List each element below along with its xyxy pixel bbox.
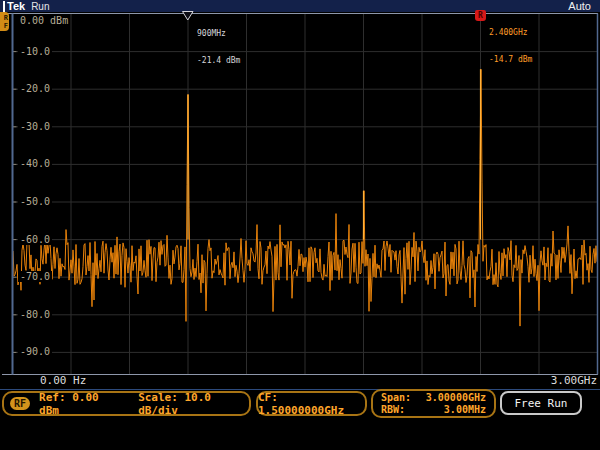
rbw-value: 3.00MHz [444,404,486,416]
freq-start-label: 0.00 Hz [40,375,86,387]
rf-channel-badge: RF [10,397,30,410]
ref-scale-readout[interactable]: RF Ref: 0.00 dBm Scale: 10.0 dB/div [2,391,251,416]
amp-label-10: -10.0 [18,46,52,57]
spectrum-analyzer-screen: Tek Run Auto R F 0.00 dBm -10.0 -20.0 -3… [0,0,600,450]
reference-marker-icon: R [475,10,486,21]
marker-900mhz-amp: -21.4 dBm [197,56,240,65]
scale-readout: Scale: 10.0 dB/div [138,391,249,417]
amp-label-0: 0.00 dBm [18,15,70,26]
marker-ref-amp: -14.7 dBm [489,55,532,64]
rf-trace-handle-bottom: F [4,22,8,30]
freq-stop-label: 3.00GHz [551,375,597,387]
amp-label-90: -90.0 [18,346,52,357]
marker-triangle-icon [182,11,194,21]
marker-ref-freq: 2.400GHz [489,28,532,37]
amp-label-40: -40.0 [18,158,52,169]
amp-label-50: -50.0 [18,196,52,207]
amp-label-60: -60.0 [18,234,52,245]
ref-level-readout: Ref: 0.00 dBm [39,391,119,417]
marker-reference: R 2.400GHz -14.7 dBm [475,10,532,82]
amp-label-30: -30.0 [18,121,52,132]
amp-label-20: -20.0 [18,83,52,94]
amp-label-80: -80.0 [18,309,52,320]
center-frequency-readout[interactable]: CF: 1.50000000GHz [256,391,367,416]
cf-value: CF: 1.50000000GHz [258,391,365,417]
rbw-label: RBW: [381,404,405,416]
span-label: Span: [381,392,411,404]
span-rbw-readout[interactable]: Span: 3.00000GHz RBW: 3.00MHz [371,389,496,418]
rf-trace-handle[interactable]: R F [0,12,9,31]
marker-900mhz-freq: 900MHz [197,29,240,38]
free-run-button[interactable]: Free Run [500,391,582,415]
amp-label-70: -70.0 [18,271,52,282]
marker-900mhz: 900MHz -21.4 dBm [182,11,240,83]
span-value: 3.00000GHz [426,392,486,404]
rf-trace-handle-top: R [4,14,8,22]
free-run-label: Free Run [515,397,568,410]
